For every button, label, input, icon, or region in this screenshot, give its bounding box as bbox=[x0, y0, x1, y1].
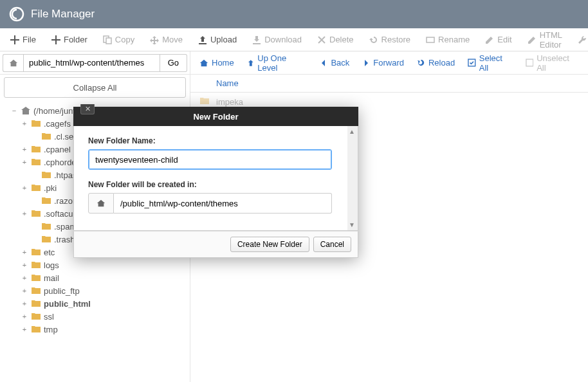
forward-action[interactable]: Forward bbox=[356, 51, 410, 75]
scroll-down-icon[interactable]: ▼ bbox=[349, 221, 355, 228]
folder-icon bbox=[31, 299, 41, 308]
pencil-icon bbox=[485, 35, 494, 44]
download-icon bbox=[252, 35, 261, 44]
rename-icon bbox=[426, 35, 435, 44]
cancel-button[interactable]: Cancel bbox=[313, 237, 351, 252]
plus-icon bbox=[10, 35, 19, 44]
restore-icon bbox=[369, 35, 378, 44]
file-button[interactable]: File bbox=[3, 28, 44, 51]
reload-icon bbox=[417, 59, 425, 67]
toolbar: File Folder Copy Move Upload Download De… bbox=[0, 28, 588, 51]
wrench-icon bbox=[578, 35, 587, 44]
path-home-button[interactable] bbox=[88, 193, 114, 214]
minus-icon[interactable]: − bbox=[10, 107, 18, 114]
tree-item[interactable]: +ssl bbox=[3, 310, 187, 323]
select-all-action[interactable]: Select All bbox=[461, 51, 519, 75]
delete-button[interactable]: Delete bbox=[309, 28, 362, 51]
html-icon bbox=[528, 35, 537, 44]
plus-icon[interactable]: + bbox=[21, 300, 28, 307]
tree-item-label: ssl bbox=[44, 312, 54, 322]
plus-icon[interactable]: + bbox=[21, 210, 28, 217]
html-editor-button[interactable]: HTML Editor bbox=[520, 28, 570, 51]
upload-button[interactable]: Upload bbox=[190, 28, 244, 51]
action-bar: Home Up One Level Back Forward Reload Se… bbox=[190, 51, 588, 75]
home-button[interactable] bbox=[3, 54, 23, 72]
rename-button[interactable]: Rename bbox=[418, 28, 477, 51]
unselect-all-action[interactable]: Unselect All bbox=[519, 51, 585, 75]
dialog-header[interactable]: ✕ New Folder bbox=[73, 107, 358, 126]
folder-icon bbox=[31, 183, 41, 192]
folder-icon bbox=[31, 312, 41, 321]
cpanel-logo-icon bbox=[9, 6, 24, 22]
copy-icon bbox=[103, 35, 112, 44]
folder-icon bbox=[199, 96, 210, 107]
folder-path-input[interactable] bbox=[114, 193, 332, 214]
tree-item-label: .pki bbox=[44, 183, 57, 193]
tree-item[interactable]: +public_ftp bbox=[3, 284, 187, 297]
plus-icon[interactable]: + bbox=[21, 313, 28, 320]
home-action[interactable]: Home bbox=[193, 51, 241, 75]
svg-rect-2 bbox=[106, 38, 111, 44]
square-icon bbox=[526, 59, 534, 67]
plus-icon[interactable]: + bbox=[21, 261, 28, 269]
scroll-up-icon[interactable]: ▲ bbox=[349, 128, 355, 135]
home-icon bbox=[9, 59, 18, 68]
arrow-left-icon bbox=[320, 59, 327, 67]
reload-action[interactable]: Reload bbox=[410, 51, 461, 75]
plus-icon[interactable]: + bbox=[21, 325, 28, 333]
arrow-up-icon bbox=[247, 59, 255, 67]
back-action[interactable]: Back bbox=[313, 51, 356, 75]
tree-item[interactable]: +public_html bbox=[3, 297, 187, 310]
path-input[interactable] bbox=[23, 54, 160, 72]
plus-icon[interactable]: + bbox=[21, 287, 28, 295]
folder-icon bbox=[41, 222, 51, 231]
plus-icon bbox=[51, 35, 60, 44]
tree-item-label: tmp bbox=[44, 325, 58, 334]
up-action[interactable]: Up One Level bbox=[241, 51, 314, 75]
copy-button[interactable]: Copy bbox=[95, 28, 142, 51]
move-button[interactable]: Move bbox=[142, 28, 190, 51]
folder-icon bbox=[31, 248, 41, 257]
close-button[interactable]: ✕ bbox=[80, 104, 95, 114]
plus-icon[interactable]: + bbox=[21, 120, 28, 127]
tree-item[interactable]: +logs bbox=[3, 259, 187, 271]
file-name: impeka bbox=[216, 97, 243, 107]
tree-item-label: public_html bbox=[44, 299, 91, 309]
dialog-footer: Create New Folder Cancel bbox=[73, 231, 358, 258]
home-icon bbox=[199, 59, 208, 68]
tree-item[interactable]: +mail bbox=[3, 271, 187, 284]
list-header[interactable]: Name bbox=[190, 75, 588, 93]
create-folder-button[interactable]: Create New Folder bbox=[230, 237, 309, 252]
folder-name-input[interactable] bbox=[88, 149, 332, 170]
folder-icon bbox=[31, 209, 41, 218]
edit-button[interactable]: Edit bbox=[477, 28, 519, 51]
restore-button[interactable]: Restore bbox=[362, 28, 419, 51]
plus-icon[interactable]: + bbox=[21, 274, 28, 282]
folder-icon bbox=[41, 170, 51, 179]
app-title: File Manager bbox=[31, 8, 95, 21]
plus-icon[interactable]: + bbox=[21, 248, 28, 256]
folder-path-label: New Folder will be created in: bbox=[88, 180, 332, 189]
folder-icon bbox=[31, 286, 41, 295]
folder-name-label: New Folder Name: bbox=[88, 136, 332, 145]
close-icon: ✕ bbox=[85, 105, 91, 113]
delete-icon bbox=[317, 35, 326, 44]
dialog-title: New Folder bbox=[73, 112, 358, 122]
folder-icon bbox=[31, 158, 41, 167]
tree-item-label: .trash bbox=[54, 235, 75, 244]
arrow-right-icon bbox=[362, 59, 370, 67]
tree-item-label: etc bbox=[44, 248, 55, 257]
tree-item[interactable]: +tmp bbox=[3, 323, 187, 336]
go-button[interactable]: Go bbox=[160, 54, 187, 72]
column-name: Name bbox=[216, 78, 239, 88]
tree-item-label: .cpanel bbox=[44, 145, 71, 154]
folder-button[interactable]: Folder bbox=[44, 28, 95, 51]
download-button[interactable]: Download bbox=[244, 28, 309, 51]
plus-icon[interactable]: + bbox=[21, 184, 28, 192]
plus-icon[interactable]: + bbox=[21, 158, 28, 166]
settings-button[interactable] bbox=[570, 28, 588, 51]
scrollbar[interactable]: ▲ ▼ bbox=[347, 126, 358, 230]
collapse-all-button[interactable]: Collapse All bbox=[4, 77, 186, 98]
home-icon bbox=[21, 106, 31, 115]
plus-icon[interactable]: + bbox=[21, 145, 28, 153]
